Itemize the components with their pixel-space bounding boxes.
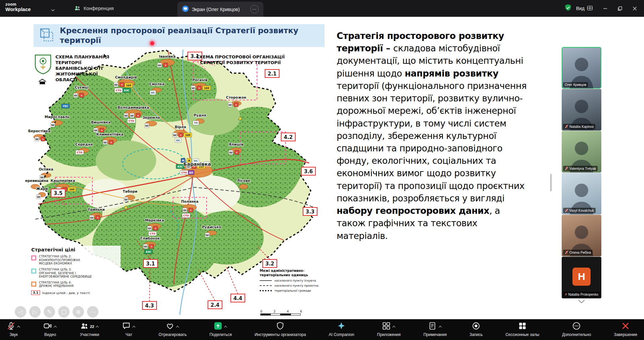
- tab-more-options-icon[interactable]: ⋯: [250, 5, 259, 13]
- legend-item: СТРАТЕГІЧНА ЦІЛЬ 3: ОРГАНІЧНЕ, БЕЗПЕЧНЕ …: [31, 268, 119, 279]
- mouse-cursor: [103, 53, 109, 61]
- map-symbol-label: Ш: [206, 234, 209, 237]
- map-symbol-label: Ш: [173, 134, 176, 137]
- legend-item-label: СТРАТЕГІЧНА ЦІЛЬ 3: ОРГАНІЧНЕ, БЕЗПЕЧНЕ …: [39, 268, 92, 279]
- map-symbol-label: Ш: [130, 114, 133, 117]
- boundary-line-sample: [260, 280, 272, 281]
- map-place-label: Вишнівка: [91, 120, 111, 124]
- legend-title: Стратегічні цілі: [31, 247, 119, 252]
- chevron-up-icon[interactable]: [392, 325, 396, 328]
- map-symbol-label: +: [155, 227, 157, 230]
- map-place-label: Середня: [75, 142, 93, 146]
- map-symbol-label: 103: [204, 87, 209, 90]
- participant-tile[interactable]: Олег Кривцов: [562, 47, 601, 89]
- tab-conference[interactable]: Конференция: [69, 0, 119, 17]
- audio-button[interactable]: Звук: [7, 322, 20, 337]
- notes-button[interactable]: Примечания: [423, 322, 446, 337]
- video-button[interactable]: Видео: [43, 322, 57, 337]
- map-place-label: Лісове: [237, 179, 250, 183]
- record-button[interactable]: Запись: [470, 322, 483, 337]
- admin-legend-label: населеного пункту існуюча: [274, 279, 316, 282]
- chevron-up-icon[interactable]: [53, 325, 57, 328]
- admin-legend-label: населеного пункту проектна: [274, 284, 318, 287]
- coat-of-arms: [34, 54, 52, 77]
- chevron-up-icon[interactable]: [438, 325, 442, 328]
- minimize-button[interactable]: [598, 0, 612, 17]
- map-symbol-label: Ш: [145, 124, 148, 127]
- participant-tile[interactable]: Valentyna Tretyak: [562, 131, 601, 173]
- chat-button[interactable]: Чат: [122, 322, 136, 337]
- map-symbol-label: +: [110, 141, 112, 144]
- chevron-up-icon[interactable]: [17, 325, 20, 328]
- participant-tile[interactable]: HNataliia Prokopenko: [562, 257, 601, 298]
- chevron-up-icon[interactable]: [132, 325, 136, 328]
- map-place-label: Жари: [36, 187, 48, 191]
- map-place-label: Рогачів: [192, 78, 208, 82]
- chevron-up-icon[interactable]: [224, 325, 227, 328]
- toolbar-item-label: AI Companion: [329, 332, 354, 337]
- mic-off-icon: [565, 208, 568, 212]
- prev-slide-button: ◁: [15, 306, 26, 318]
- participant-tile[interactable]: Vasyl Kovalchuk: [562, 173, 601, 214]
- map-symbol-label: АЗС: [124, 89, 130, 92]
- map-symbol-label: СТО: [77, 151, 83, 154]
- participants-button[interactable]: 22Участники: [80, 322, 99, 337]
- map-symbol-label: 103: [69, 188, 75, 191]
- map-index-badge-label: 4.4: [233, 295, 243, 301]
- participant-tile[interactable]: Олена Рибіна: [562, 215, 601, 256]
- map-symbol-label: ОС: [176, 139, 180, 142]
- tab-screen-share[interactable]: Экран (Олег Кривцов) ⋯: [177, 2, 263, 17]
- map-symbol-label: +: [190, 209, 192, 212]
- host-tools-button[interactable]: Инструменты организатора: [255, 322, 306, 337]
- participant-count-badge: 22: [90, 325, 94, 329]
- admin-legend-title: Межі адміністративно- територіальних оди…: [260, 269, 330, 277]
- participant-tile[interactable]: Nataliia Kapinos: [562, 89, 601, 131]
- participant-name: Олег Кривцов: [565, 83, 586, 87]
- close-button[interactable]: [627, 0, 642, 17]
- more-button[interactable]: Дополнительно: [562, 322, 591, 337]
- legend-note-badge: 3.1: [31, 290, 40, 295]
- map-index-badge-label: 2.4: [211, 302, 220, 308]
- map-symbol-label: СТО: [150, 232, 156, 235]
- legend-item-label: СТРАТЕГІЧНА ЦІЛЬ 2: КОНКУРЕНТОСПРОМОЖНА …: [39, 255, 80, 265]
- map-symbol-label: Ш: [148, 227, 151, 230]
- legend-note: 3.1 Індекси цілей - див. у тексті: [31, 290, 119, 295]
- map-place-label: Баранівка: [183, 161, 211, 167]
- toolbar-item-label: Завершение: [614, 332, 637, 337]
- toolbar-item-label: Инструменты организатора: [255, 332, 306, 337]
- zoom-window: zoom Workplace Конференция Экран (Олег К…: [0, 0, 644, 340]
- apps-button[interactable]: Приложения: [377, 322, 400, 337]
- security-shield-icon[interactable]: [564, 4, 572, 13]
- map-symbol-label: Ш: [144, 245, 147, 248]
- map-symbol-label: +: [235, 103, 237, 106]
- legend-swatch: [31, 269, 36, 274]
- scale-ticks: 0246: [260, 310, 302, 313]
- reactions-button[interactable]: Отреагировать: [159, 322, 187, 337]
- end-button[interactable]: Завершение: [614, 322, 637, 337]
- map-index-badge-label: 4.2: [284, 134, 293, 140]
- spotlight-slide-button: ▢: [58, 306, 70, 318]
- ai-companion-button[interactable]: AI Companion: [329, 322, 354, 337]
- view-button[interactable]: Вид: [576, 5, 593, 12]
- breakout-rooms-button[interactable]: Сессионные залы: [506, 322, 539, 337]
- scrollbar-thumb[interactable]: [550, 174, 552, 191]
- tab-label: Экран (Олег Кривцов): [192, 7, 240, 12]
- admin-legend-item: територіальної громади: [260, 289, 330, 292]
- enterprise-icon: [38, 79, 47, 86]
- share-icon: [214, 322, 222, 332]
- participant-name-label: Nataliia Prokopenko: [563, 292, 600, 297]
- share-button[interactable]: Поделиться: [210, 322, 232, 337]
- map-index-badge-label: 4.3: [145, 303, 154, 309]
- map-symbol-label: Ш: [114, 83, 117, 86]
- participants-icon: [80, 322, 89, 332]
- participants-scroll-down-button[interactable]: [562, 299, 601, 303]
- admin-legend-items: населеного пункту існуючанаселеного пунк…: [260, 279, 330, 292]
- workspace-switcher-chevron-icon[interactable]: [51, 7, 55, 13]
- chevron-up-icon[interactable]: [95, 325, 99, 328]
- laser-pointer-dot: [150, 41, 154, 45]
- maximize-button[interactable]: [612, 0, 627, 17]
- participants-filmstrip: Олег КривцовNataliia KapinosValentyna Tr…: [562, 47, 601, 299]
- chevron-up-icon[interactable]: [176, 325, 179, 328]
- toolbar-item-label: Чат: [126, 332, 132, 337]
- shared-screen-region: Креслення просторової реалізації Стратег…: [0, 17, 644, 319]
